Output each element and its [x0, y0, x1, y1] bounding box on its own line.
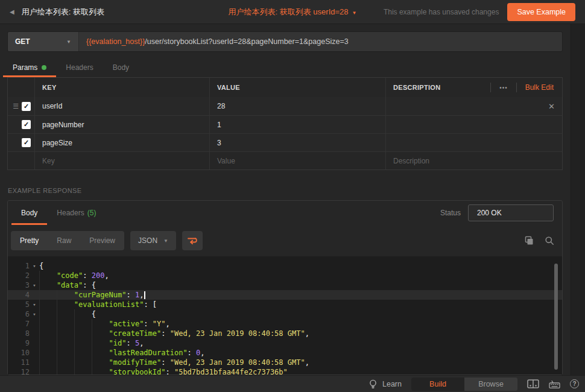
two-pane-layout-button[interactable] [527, 379, 539, 388]
code-lines: 1 ▾ { 2 "code": 200, 3 ▾ "data": { 4 "cu… [8, 261, 562, 375]
param-key-input[interactable]: pageNumber [34, 116, 209, 133]
help-icon: ? [572, 381, 576, 387]
code-line[interactable]: 3 ▾ "data": { [8, 280, 562, 290]
param-checkbox[interactable]: ✓ [22, 120, 31, 129]
code-line[interactable]: 1 ▾ { [8, 261, 562, 271]
window-scroll-gutter[interactable] [571, 24, 585, 375]
tab-params-label: Params [13, 63, 37, 72]
save-example-button[interactable]: Save Example [507, 3, 575, 21]
response-tab-headers[interactable]: Headers (5) [47, 201, 106, 225]
fold-caret-icon[interactable] [30, 319, 39, 329]
code-line[interactable]: 2 "code": 200, [8, 271, 562, 280]
help-button[interactable]: ? [570, 379, 579, 388]
fold-caret-icon[interactable] [30, 358, 39, 367]
fold-caret-icon[interactable] [30, 338, 39, 348]
url-input[interactable]: {{evalation_host}}/user/storybookList?us… [79, 32, 562, 51]
tab-headers[interactable]: Headers [56, 58, 103, 77]
indent-guide [39, 348, 57, 358]
param-key-input[interactable]: userId [34, 97, 209, 115]
new-param-select-cell [8, 152, 34, 169]
editor-scrollbar[interactable] [554, 264, 558, 370]
fold-caret-icon[interactable]: ▾ [30, 280, 39, 290]
line-number: 9 [8, 338, 30, 348]
line-number: 12 [8, 367, 30, 375]
learn-button[interactable]: Learn [369, 379, 402, 389]
view-preview-button[interactable]: Preview [80, 231, 124, 250]
fold-caret-icon[interactable]: ▾ [30, 309, 39, 319]
method-select[interactable]: GET ▼ [8, 32, 79, 51]
back-icon[interactable]: ◀ [10, 8, 14, 15]
new-param-description-input[interactable]: Description [385, 152, 562, 169]
param-select-cell: ☰ ✓ [8, 97, 34, 115]
tab-params[interactable]: Params [3, 58, 56, 77]
indent-guide [74, 358, 92, 367]
language-select[interactable]: JSON ▼ [130, 231, 176, 250]
param-description-input[interactable] [385, 116, 562, 133]
code-line[interactable]: 5 ▾ "evaluationList": [ [8, 300, 562, 309]
url-environment-variable: {{evalation_host}} [86, 37, 145, 46]
description-column-label: DESCRIPTION [393, 84, 490, 91]
indent-guide [92, 358, 109, 367]
indent-guide [57, 309, 74, 319]
param-checkbox[interactable]: ✓ [22, 138, 31, 147]
response-tab-body[interactable]: Body [11, 201, 47, 225]
fold-caret-icon[interactable] [30, 367, 39, 375]
bulk-edit-link[interactable]: Bulk Edit [516, 83, 562, 92]
param-row: ☰ ✓ userId 28 ✕ [8, 97, 562, 115]
new-param-key-input[interactable]: Key [34, 152, 209, 169]
fold-caret-icon[interactable] [30, 348, 39, 358]
indent-guide [57, 348, 74, 358]
copy-button[interactable] [524, 236, 534, 245]
keyboard-shortcuts-button[interactable] [549, 380, 560, 388]
fold-caret-icon[interactable]: ▾ [30, 261, 39, 271]
response-body-editor[interactable]: 1 ▾ { 2 "code": 200, 3 ▾ "data": { 4 "cu… [8, 256, 562, 375]
code-line[interactable]: 12 "storybookId": "5bd7bd31bfaa44fe2c737… [8, 367, 562, 375]
param-description-input[interactable]: ✕ [385, 97, 562, 115]
indent-guide [39, 319, 57, 329]
indent-guide [39, 338, 57, 348]
code-line[interactable]: 6 ▾ { [8, 309, 562, 319]
build-toggle[interactable]: Build [411, 378, 464, 391]
new-param-value-input[interactable]: Value [209, 152, 385, 169]
fold-caret-icon[interactable] [30, 271, 39, 280]
indent-guide [74, 338, 92, 348]
indent-guide [39, 271, 57, 280]
indent-guide [57, 329, 74, 338]
view-pretty-button[interactable]: Pretty [11, 231, 48, 250]
param-key-input[interactable]: pageSize [34, 134, 209, 151]
param-value-input[interactable]: 1 [209, 116, 385, 133]
search-button[interactable] [545, 236, 554, 245]
remove-param-icon[interactable]: ✕ [548, 102, 555, 111]
code-line[interactable]: 7 "active": "Y", [8, 319, 562, 329]
response-tabs: Body Headers (5) Status 200 OK [8, 201, 562, 225]
more-options-icon[interactable]: ••• [490, 83, 516, 92]
fold-caret-icon[interactable]: ▾ [30, 300, 39, 309]
copy-icon [524, 236, 534, 245]
status-label: Status [440, 209, 461, 217]
param-value: 1 [217, 121, 221, 129]
code-line[interactable]: 8 "createTime": "Wed, 23 Jan 2019 08:40:… [8, 329, 562, 338]
code-line[interactable]: 10 "lastReadDuration": 0, [8, 348, 562, 358]
fold-caret-icon[interactable] [30, 329, 39, 338]
fold-caret-icon[interactable] [30, 290, 39, 300]
param-checkbox[interactable]: ✓ [22, 102, 31, 111]
param-value-input[interactable]: 3 [209, 134, 385, 151]
line-number: 4 [8, 290, 30, 300]
drag-handle-icon[interactable]: ☰ [13, 103, 19, 110]
code-line[interactable]: 4 "curPageNum": 1, [8, 290, 562, 300]
code-line[interactable]: 11 "modifyTime": "Wed, 23 Jan 2019 08:40… [8, 358, 562, 367]
params-active-dot [42, 65, 46, 70]
wrap-text-button[interactable] [182, 231, 203, 250]
params-table-header: KEY VALUE DESCRIPTION ••• Bulk Edit [8, 78, 562, 97]
view-raw-button[interactable]: Raw [48, 231, 80, 250]
code-line[interactable]: 9 "id": 5, [8, 338, 562, 348]
param-description-input[interactable] [385, 134, 562, 151]
unsaved-changes-note: This example has unsaved changes [384, 8, 499, 16]
code-line-text: "createTime": "Wed, 23 Jan 2019 08:40:58… [39, 329, 562, 338]
tab-body[interactable]: Body [103, 58, 139, 77]
browse-toggle[interactable]: Browse [464, 378, 517, 391]
tab-body-label: Body [113, 63, 129, 72]
status-select[interactable]: 200 OK [468, 204, 554, 221]
param-value-input[interactable]: 28 [209, 97, 385, 115]
key-column-label: KEY [42, 84, 57, 91]
